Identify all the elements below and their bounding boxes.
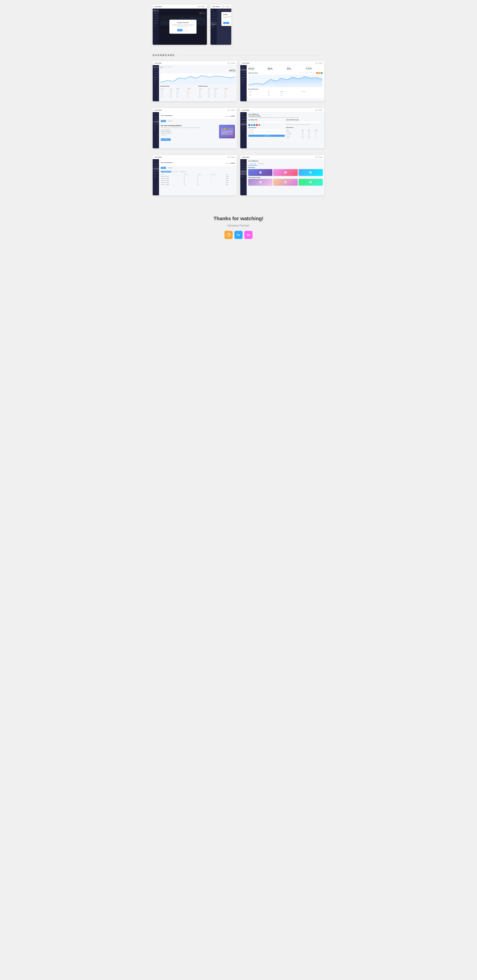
youtube-icon[interactable]: ▶ <box>256 124 258 126</box>
sidebar-help[interactable]: Help <box>240 175 247 177</box>
community-input[interactable]: Link... → <box>286 121 323 123</box>
sidebar-settings[interactable]: Settings <box>240 126 247 128</box>
sidebar-settings[interactable]: Settings <box>153 78 159 81</box>
sidebar-item-affiliations[interactable]: Affiliations <box>211 19 217 22</box>
get-started-button[interactable]: GET STARTED <box>161 138 171 141</box>
email-name-input[interactable] <box>249 129 285 131</box>
sidebar-help[interactable]: Help <box>153 128 159 130</box>
sketch-icon <box>225 231 233 239</box>
sidebar-transactions[interactable]: Transactions <box>240 121 247 123</box>
play-button-3[interactable] <box>309 171 312 173</box>
sidebar-home[interactable]: Home <box>153 160 159 162</box>
sidebar-help[interactable]: Help <box>240 128 247 130</box>
period-month[interactable]: Month <box>305 72 309 74</box>
tutorial-card-1[interactable] <box>248 169 273 176</box>
sidebar-affiliations[interactable]: Affiliations <box>153 170 159 172</box>
play-button-1[interactable] <box>259 171 261 173</box>
sidebar-dashboard[interactable]: Dashboard <box>153 68 159 71</box>
play-button-ex-2[interactable] <box>284 181 287 183</box>
next-button[interactable]: NEXT <box>177 29 182 32</box>
sidebar-transactions[interactable]: Transactions <box>153 167 159 170</box>
sidebar-exchange[interactable]: Exchange <box>153 118 159 121</box>
send-button[interactable]: SEND <box>161 167 166 169</box>
skip-button[interactable]: SKIP <box>184 29 189 32</box>
filter-all[interactable]: ALL TRANSACTIONS <box>161 171 171 172</box>
period-day[interactable]: Day <box>313 72 316 74</box>
sidebar-home[interactable]: Home <box>153 113 159 116</box>
sidebar-settings[interactable]: Settings <box>240 172 247 175</box>
period-btn-3[interactable]: 3 <box>321 72 323 74</box>
linkedin-icon[interactable]: in <box>254 124 255 126</box>
sidebar-settings[interactable]: Settings <box>153 172 159 175</box>
sidebar-transactions[interactable]: Transactions <box>240 167 247 170</box>
sidebar-affiliations[interactable]: Affiliations <box>240 170 247 172</box>
sidebar-item-help[interactable]: Help <box>153 24 159 27</box>
sidebar-transactions[interactable]: Transactions <box>153 73 159 76</box>
sidebar-item-affiliations[interactable]: Affiliations <box>153 19 159 22</box>
sidebar-settings[interactable]: Settings <box>240 78 247 81</box>
period-all[interactable]: All <box>299 72 301 74</box>
play-button-ex-3[interactable] <box>309 181 312 183</box>
exchanger-card-3[interactable] <box>299 179 323 186</box>
sidebar-item-dashboard[interactable]: Dashboard <box>211 12 217 14</box>
tutorial-card-2[interactable] <box>273 169 298 176</box>
sidebar-affiliations[interactable]: Affiliations <box>240 123 247 126</box>
receive-button[interactable]: RECEIVE <box>167 167 173 169</box>
twitter-icon[interactable]: t <box>251 124 253 126</box>
sidebar-transactions[interactable]: Transactions <box>240 73 247 76</box>
tutorial-card-3[interactable] <box>299 169 323 176</box>
sidebar-dashboard[interactable]: Dashboard <box>153 116 159 118</box>
referral-input[interactable]: https://coin.com/user123 <box>249 121 285 123</box>
sidebar-exchange[interactable]: Exchange <box>153 71 159 73</box>
sidebar-affiliations[interactable]: Affiliations <box>153 123 159 126</box>
sidebar-item-help[interactable]: Help <box>211 25 217 28</box>
tab-chn-tutorials[interactable]: CHN Tutorials <box>248 162 257 165</box>
email-icon[interactable]: @ <box>258 124 260 126</box>
sidebar-dashboard[interactable]: Dashboard <box>240 68 247 71</box>
period-btn-2[interactable]: 2 <box>319 72 320 74</box>
sidebar-dashboard[interactable]: Dashboard <box>240 116 247 118</box>
facebook-icon[interactable]: f <box>249 124 250 126</box>
sidebar-home[interactable]: Home <box>153 66 159 68</box>
filter-eth[interactable]: ETHEREUM <box>179 171 186 172</box>
send-button[interactable]: SEND <box>161 120 166 122</box>
sidebar-exchange[interactable]: Exchange <box>153 165 159 167</box>
period-week[interactable]: Week <box>309 72 312 74</box>
sidebar-settings[interactable]: Settings <box>153 126 159 128</box>
tab-errors-post[interactable]: Errors Post <box>257 162 265 165</box>
sidebar-home[interactable]: Home <box>240 66 247 68</box>
sidebar-exchange[interactable]: Exchange <box>240 71 247 73</box>
send-invite-button[interactable]: SEND INVITE <box>249 135 285 137</box>
sidebar-item-dashboard[interactable]: Dashboard <box>153 12 159 14</box>
sidebar-item-home[interactable]: Home <box>211 10 217 12</box>
sidebar-help[interactable]: Help <box>153 81 159 83</box>
sidebar-help[interactable]: Help <box>240 81 247 83</box>
sidebar-help[interactable]: Help <box>153 175 159 177</box>
settings-next-button[interactable]: NEXT <box>223 22 229 24</box>
sidebar-exchange[interactable]: Exchange <box>240 118 247 121</box>
filter-btc[interactable]: BTC COIN <box>172 171 178 172</box>
receive-button[interactable]: RECEIVE <box>167 120 173 122</box>
sidebar-affiliations[interactable]: Affiliations <box>240 76 247 78</box>
sidebar-exchange[interactable]: Exchange <box>240 165 247 167</box>
play-button-ex-1[interactable] <box>259 181 261 183</box>
sidebar-item-exchange[interactable]: Exchange <box>153 14 159 17</box>
sidebar-affiliations[interactable]: Affiliations <box>153 76 159 78</box>
sidebar-item-settings[interactable]: Settings <box>153 22 159 24</box>
period-year[interactable]: Year <box>302 72 305 74</box>
sidebar-item-settings[interactable]: Settings <box>211 22 217 25</box>
play-button-2[interactable] <box>284 171 287 173</box>
exchanger-card-1[interactable] <box>248 179 273 186</box>
period-btn-1[interactable]: 1 <box>316 72 318 74</box>
sidebar-item-exchange[interactable]: Exchange <box>211 14 217 17</box>
exchanger-card-2[interactable] <box>273 179 298 186</box>
sidebar-item-transactions[interactable]: Transactions <box>211 17 217 19</box>
sidebar-dashboard[interactable]: Dashboard <box>240 162 247 165</box>
sidebar-dashboard[interactable]: Dashboard <box>153 162 159 165</box>
sidebar-home[interactable]: Home <box>240 113 247 116</box>
sidebar-home[interactable]: Home <box>240 160 247 162</box>
email-address-input[interactable] <box>249 132 285 134</box>
sidebar-item-home[interactable]: Home <box>153 10 159 12</box>
sidebar-transactions[interactable]: Transactions <box>153 121 159 123</box>
sidebar-item-transactions[interactable]: Transactions <box>153 17 159 19</box>
